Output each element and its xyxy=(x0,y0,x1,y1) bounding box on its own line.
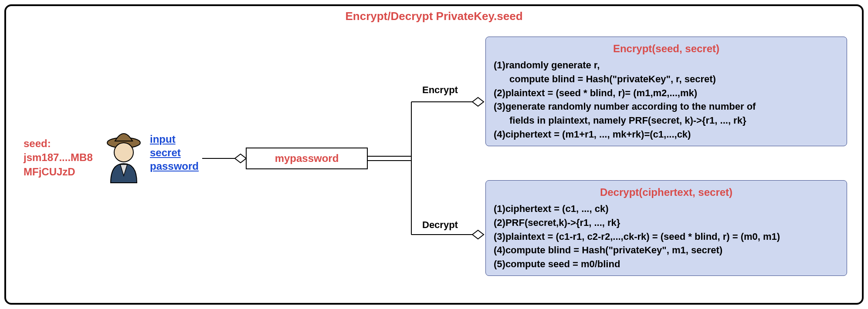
encrypt-step2: (2)plaintext = (seed * blind, r)= (m1,m2… xyxy=(494,86,839,100)
decrypt-step2: (2)PRF(secret,k)->{r1, ..., rk} xyxy=(494,216,839,230)
decrypt-step4: (4)compute blind = Hash("privateKey", m1… xyxy=(494,243,839,257)
decrypt-header: Decrypt(ciphertext, secret) xyxy=(494,185,839,200)
diagram-title: Encrypt/Decrypt PrivateKey.seed xyxy=(345,10,522,23)
encrypt-step1b: compute blind = Hash("privateKey", r, se… xyxy=(494,72,839,86)
label-input: input xyxy=(150,132,199,146)
seed-line1: jsm187....MB8 xyxy=(24,151,93,165)
seed-block: seed: jsm187....MB8 MFjCUJzD xyxy=(24,137,93,179)
label-secret: secret xyxy=(150,146,199,159)
encrypt-label: Encrypt xyxy=(422,84,458,96)
encrypt-step4: (4)ciphertext = (m1+r1, ..., mk+rk)=(c1,… xyxy=(494,128,839,141)
password-value: mypassword xyxy=(275,152,339,165)
encrypt-step3: (3)generate randomly number according to… xyxy=(494,100,839,114)
label-password: password xyxy=(150,159,199,173)
seed-line2: MFjCUJzD xyxy=(24,165,93,179)
input-labels: input secret password xyxy=(150,132,199,173)
decrypt-box: Decrypt(ciphertext, secret) (1)ciphertex… xyxy=(485,180,847,276)
user-icon xyxy=(102,128,146,186)
encrypt-step1: (1)randomly generate r, xyxy=(494,58,839,72)
encrypt-box: Encrypt(seed, secret) (1)randomly genera… xyxy=(485,37,847,146)
encrypt-header: Encrypt(seed, secret) xyxy=(494,41,839,57)
decrypt-step5: (5)compute seed = m0/blind xyxy=(494,257,839,271)
encrypt-body: (1)randomly generate r, compute blind = … xyxy=(494,58,839,141)
diagram-frame: Encrypt/Decrypt PrivateKey.seed seed: js… xyxy=(4,4,864,305)
seed-label: seed: xyxy=(24,137,93,151)
decrypt-step3: (3)plaintext = (c1-r1, c2-r2,...,ck-rk) … xyxy=(494,230,839,244)
decrypt-body: (1)ciphertext = (c1, ..., ck) (2)PRF(sec… xyxy=(494,202,839,271)
password-box: mypassword xyxy=(246,148,368,169)
decrypt-label: Decrypt xyxy=(422,219,458,231)
decrypt-step1: (1)ciphertext = (c1, ..., ck) xyxy=(494,202,839,216)
svg-point-1 xyxy=(114,143,133,162)
encrypt-step3b: fields in plaintext, namely PRF(secret, … xyxy=(494,114,839,128)
